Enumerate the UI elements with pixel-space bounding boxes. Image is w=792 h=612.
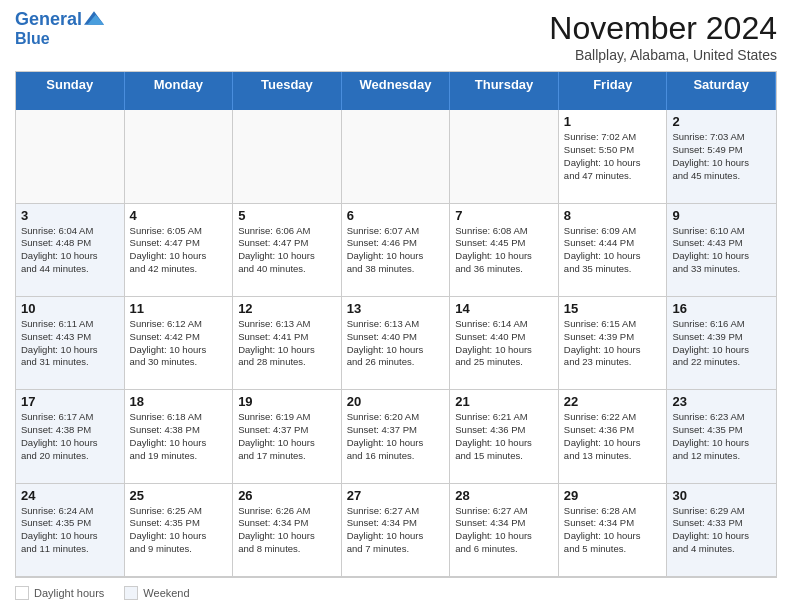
day-info: Sunrise: 6:13 AM Sunset: 4:40 PM Dayligh… <box>347 318 445 369</box>
day-info: Sunrise: 6:20 AM Sunset: 4:37 PM Dayligh… <box>347 411 445 462</box>
day-cell-4: 4Sunrise: 6:05 AM Sunset: 4:47 PM Daylig… <box>125 204 234 297</box>
day-cell-23: 23Sunrise: 6:23 AM Sunset: 4:35 PM Dayli… <box>667 390 776 483</box>
calendar-grid: SundayMondayTuesdayWednesdayThursdayFrid… <box>15 71 777 578</box>
day-cell-8: 8Sunrise: 6:09 AM Sunset: 4:44 PM Daylig… <box>559 204 668 297</box>
day-cell-empty <box>125 110 234 203</box>
day-number: 7 <box>455 208 553 223</box>
day-cell-29: 29Sunrise: 6:28 AM Sunset: 4:34 PM Dayli… <box>559 484 668 577</box>
logo-icon <box>84 8 104 28</box>
day-number: 22 <box>564 394 662 409</box>
day-cell-19: 19Sunrise: 6:19 AM Sunset: 4:37 PM Dayli… <box>233 390 342 483</box>
day-cell-17: 17Sunrise: 6:17 AM Sunset: 4:38 PM Dayli… <box>16 390 125 483</box>
day-number: 3 <box>21 208 119 223</box>
day-number: 17 <box>21 394 119 409</box>
day-number: 6 <box>347 208 445 223</box>
day-cell-24: 24Sunrise: 6:24 AM Sunset: 4:35 PM Dayli… <box>16 484 125 577</box>
day-info: Sunrise: 6:27 AM Sunset: 4:34 PM Dayligh… <box>347 505 445 556</box>
day-cell-9: 9Sunrise: 6:10 AM Sunset: 4:43 PM Daylig… <box>667 204 776 297</box>
day-number: 4 <box>130 208 228 223</box>
day-header-tuesday: Tuesday <box>233 72 342 110</box>
day-info: Sunrise: 6:25 AM Sunset: 4:35 PM Dayligh… <box>130 505 228 556</box>
day-cell-5: 5Sunrise: 6:06 AM Sunset: 4:47 PM Daylig… <box>233 204 342 297</box>
day-info: Sunrise: 6:15 AM Sunset: 4:39 PM Dayligh… <box>564 318 662 369</box>
title-section: November 2024 Ballplay, Alabama, United … <box>549 10 777 63</box>
day-header-monday: Monday <box>125 72 234 110</box>
day-info: Sunrise: 7:02 AM Sunset: 5:50 PM Dayligh… <box>564 131 662 182</box>
day-info: Sunrise: 6:13 AM Sunset: 4:41 PM Dayligh… <box>238 318 336 369</box>
day-header-thursday: Thursday <box>450 72 559 110</box>
day-cell-18: 18Sunrise: 6:18 AM Sunset: 4:38 PM Dayli… <box>125 390 234 483</box>
legend-daylight: Daylight hours <box>15 586 104 600</box>
day-number: 28 <box>455 488 553 503</box>
day-cell-12: 12Sunrise: 6:13 AM Sunset: 4:41 PM Dayli… <box>233 297 342 390</box>
day-cell-11: 11Sunrise: 6:12 AM Sunset: 4:42 PM Dayli… <box>125 297 234 390</box>
day-cell-27: 27Sunrise: 6:27 AM Sunset: 4:34 PM Dayli… <box>342 484 451 577</box>
day-cell-7: 7Sunrise: 6:08 AM Sunset: 4:45 PM Daylig… <box>450 204 559 297</box>
day-number: 19 <box>238 394 336 409</box>
day-cell-28: 28Sunrise: 6:27 AM Sunset: 4:34 PM Dayli… <box>450 484 559 577</box>
day-info: Sunrise: 6:04 AM Sunset: 4:48 PM Dayligh… <box>21 225 119 276</box>
day-cell-25: 25Sunrise: 6:25 AM Sunset: 4:35 PM Dayli… <box>125 484 234 577</box>
legend-weekend: Weekend <box>124 586 189 600</box>
day-number: 2 <box>672 114 771 129</box>
logo: General Blue <box>15 10 104 48</box>
day-info: Sunrise: 7:03 AM Sunset: 5:49 PM Dayligh… <box>672 131 771 182</box>
day-number: 29 <box>564 488 662 503</box>
page: General Blue November 2024 Ballplay, Ala… <box>0 0 792 612</box>
day-number: 25 <box>130 488 228 503</box>
day-info: Sunrise: 6:12 AM Sunset: 4:42 PM Dayligh… <box>130 318 228 369</box>
legend-box-white <box>15 586 29 600</box>
day-info: Sunrise: 6:27 AM Sunset: 4:34 PM Dayligh… <box>455 505 553 556</box>
calendar: SundayMondayTuesdayWednesdayThursdayFrid… <box>15 71 777 578</box>
day-header-saturday: Saturday <box>667 72 776 110</box>
daylight-hours-label: Daylight hours <box>34 587 104 599</box>
day-info: Sunrise: 6:09 AM Sunset: 4:44 PM Dayligh… <box>564 225 662 276</box>
day-number: 18 <box>130 394 228 409</box>
header: General Blue November 2024 Ballplay, Ala… <box>15 10 777 63</box>
day-info: Sunrise: 6:18 AM Sunset: 4:38 PM Dayligh… <box>130 411 228 462</box>
day-number: 5 <box>238 208 336 223</box>
day-cell-empty <box>450 110 559 203</box>
day-cell-empty <box>342 110 451 203</box>
day-number: 13 <box>347 301 445 316</box>
day-number: 20 <box>347 394 445 409</box>
logo-text-line2: Blue <box>15 30 104 48</box>
day-header-friday: Friday <box>559 72 668 110</box>
day-cell-16: 16Sunrise: 6:16 AM Sunset: 4:39 PM Dayli… <box>667 297 776 390</box>
day-cell-22: 22Sunrise: 6:22 AM Sunset: 4:36 PM Dayli… <box>559 390 668 483</box>
day-info: Sunrise: 6:08 AM Sunset: 4:45 PM Dayligh… <box>455 225 553 276</box>
day-cell-14: 14Sunrise: 6:14 AM Sunset: 4:40 PM Dayli… <box>450 297 559 390</box>
day-cell-21: 21Sunrise: 6:21 AM Sunset: 4:36 PM Dayli… <box>450 390 559 483</box>
day-info: Sunrise: 6:07 AM Sunset: 4:46 PM Dayligh… <box>347 225 445 276</box>
day-cell-2: 2Sunrise: 7:03 AM Sunset: 5:49 PM Daylig… <box>667 110 776 203</box>
footer: Daylight hours Weekend <box>15 584 777 602</box>
day-info: Sunrise: 6:19 AM Sunset: 4:37 PM Dayligh… <box>238 411 336 462</box>
day-cell-30: 30Sunrise: 6:29 AM Sunset: 4:33 PM Dayli… <box>667 484 776 577</box>
day-info: Sunrise: 6:22 AM Sunset: 4:36 PM Dayligh… <box>564 411 662 462</box>
day-number: 15 <box>564 301 662 316</box>
day-info: Sunrise: 6:29 AM Sunset: 4:33 PM Dayligh… <box>672 505 771 556</box>
day-cell-1: 1Sunrise: 7:02 AM Sunset: 5:50 PM Daylig… <box>559 110 668 203</box>
day-cell-empty <box>16 110 125 203</box>
day-info: Sunrise: 6:16 AM Sunset: 4:39 PM Dayligh… <box>672 318 771 369</box>
day-number: 9 <box>672 208 771 223</box>
day-info: Sunrise: 6:26 AM Sunset: 4:34 PM Dayligh… <box>238 505 336 556</box>
day-number: 10 <box>21 301 119 316</box>
day-info: Sunrise: 6:10 AM Sunset: 4:43 PM Dayligh… <box>672 225 771 276</box>
day-cell-26: 26Sunrise: 6:26 AM Sunset: 4:34 PM Dayli… <box>233 484 342 577</box>
month-title: November 2024 <box>549 10 777 47</box>
weekend-label: Weekend <box>143 587 189 599</box>
day-cell-20: 20Sunrise: 6:20 AM Sunset: 4:37 PM Dayli… <box>342 390 451 483</box>
day-header-wednesday: Wednesday <box>342 72 451 110</box>
day-info: Sunrise: 6:06 AM Sunset: 4:47 PM Dayligh… <box>238 225 336 276</box>
day-number: 21 <box>455 394 553 409</box>
day-cell-10: 10Sunrise: 6:11 AM Sunset: 4:43 PM Dayli… <box>16 297 125 390</box>
day-number: 11 <box>130 301 228 316</box>
day-cell-6: 6Sunrise: 6:07 AM Sunset: 4:46 PM Daylig… <box>342 204 451 297</box>
day-number: 30 <box>672 488 771 503</box>
day-number: 26 <box>238 488 336 503</box>
day-info: Sunrise: 6:28 AM Sunset: 4:34 PM Dayligh… <box>564 505 662 556</box>
day-number: 1 <box>564 114 662 129</box>
day-header-sunday: Sunday <box>16 72 125 110</box>
day-cell-empty <box>233 110 342 203</box>
